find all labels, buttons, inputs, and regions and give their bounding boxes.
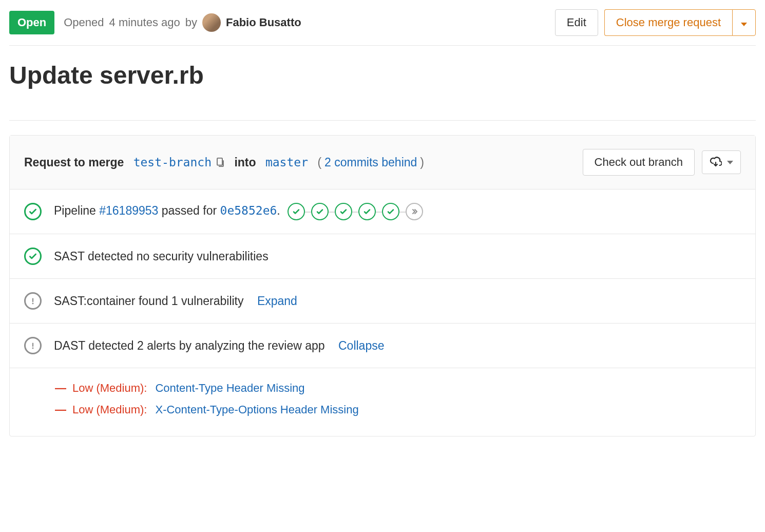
close-mr-button[interactable]: Close merge request: [604, 9, 732, 36]
pipeline-stage[interactable]: [382, 203, 399, 220]
caret-down-icon: [741, 23, 747, 26]
page-title: Update server.rb: [9, 61, 756, 89]
pipeline-stage[interactable]: [288, 203, 305, 220]
sast-container-expand[interactable]: Expand: [257, 294, 297, 308]
download-dropdown[interactable]: [702, 150, 741, 174]
paren-open: (: [317, 156, 321, 169]
target-branch-link[interactable]: master: [265, 156, 308, 169]
download-cloud-icon: [710, 156, 722, 168]
commits-behind-link[interactable]: 2 commits behind: [324, 156, 417, 169]
minus-icon: —: [55, 403, 64, 416]
opened-prefix: Opened: [64, 16, 104, 29]
status-warning-icon: [24, 292, 42, 310]
svg-point-4: [32, 348, 34, 349]
alert-link[interactable]: Content-Type Header Missing: [155, 382, 304, 395]
alert-severity: Low (Medium):: [72, 403, 147, 416]
pipeline-stages: [288, 203, 423, 220]
mr-header: Open Opened 4 minutes ago by Fabio Busat…: [9, 9, 756, 46]
pipeline-stage[interactable]: [335, 203, 352, 220]
status-warning-icon: [24, 337, 42, 354]
pipeline-status-word: passed for: [162, 204, 217, 217]
sast-container-text: SAST:container found 1 vulnerability Exp…: [54, 294, 741, 308]
copy-branch-icon[interactable]: [215, 157, 225, 168]
pipeline-stage[interactable]: [311, 203, 329, 220]
pipeline-text: Pipeline #16189953 passed for 0e5852e6.: [54, 203, 741, 220]
svg-rect-0: [217, 158, 222, 165]
header-actions: Edit Close merge request: [555, 9, 756, 36]
merge-info-row: Request to merge test-branch into master…: [10, 136, 755, 189]
pipeline-commit-link[interactable]: 0e5852e6: [220, 204, 277, 217]
pipeline-row: Pipeline #16189953 passed for 0e5852e6.: [10, 189, 755, 234]
pipeline-id-link[interactable]: #16189953: [99, 204, 158, 217]
pipeline-stage[interactable]: [358, 203, 376, 220]
opened-time: 4 minutes ago: [109, 16, 180, 29]
dast-alert-item: — Low (Medium): Content-Type Header Miss…: [55, 377, 741, 399]
dast-row: DAST detected 2 alerts by analyzing the …: [10, 324, 755, 368]
dast-alerts: — Low (Medium): Content-Type Header Miss…: [10, 368, 755, 436]
by-label: by: [185, 16, 197, 29]
paren-close: ): [420, 156, 424, 169]
sast-container-label: SAST:container found 1 vulnerability: [54, 294, 244, 308]
dast-label: DAST detected 2 alerts by analyzing the …: [54, 339, 325, 352]
pipeline-stages-more[interactable]: [406, 203, 423, 220]
pipeline-suffix: .: [277, 204, 280, 217]
pipeline-prefix: Pipeline: [54, 204, 96, 217]
dast-text: DAST detected 2 alerts by analyzing the …: [54, 339, 741, 353]
opened-by: Opened 4 minutes ago by Fabio Busatto: [64, 13, 301, 32]
into-label: into: [234, 156, 256, 169]
alert-link[interactable]: X-Content-Type-Options Header Missing: [155, 403, 358, 416]
caret-down-icon: [727, 161, 733, 164]
mr-widget: Request to merge test-branch into master…: [9, 135, 756, 436]
divider: [9, 120, 756, 121]
dast-alert-item: — Low (Medium): X-Content-Type-Options H…: [55, 399, 741, 421]
close-mr-group: Close merge request: [604, 9, 756, 36]
author-link[interactable]: Fabio Busatto: [226, 16, 301, 29]
merge-info-text: Request to merge test-branch into master…: [24, 156, 424, 169]
status-badge: Open: [9, 11, 54, 34]
svg-point-2: [32, 303, 34, 305]
merge-prefix: Request to merge: [24, 156, 124, 169]
status-success-icon: [24, 248, 42, 265]
svg-rect-3: [32, 343, 33, 347]
sast-container-row: SAST:container found 1 vulnerability Exp…: [10, 279, 755, 324]
sast-row: SAST detected no security vulnerabilitie…: [10, 234, 755, 279]
status-success-icon: [24, 203, 42, 220]
avatar[interactable]: [202, 13, 221, 32]
minus-icon: —: [55, 382, 64, 395]
merge-actions: Check out branch: [583, 149, 741, 176]
source-branch-link[interactable]: test-branch: [133, 156, 212, 169]
dast-collapse[interactable]: Collapse: [338, 339, 385, 352]
alert-severity: Low (Medium):: [72, 382, 147, 395]
sast-text: SAST detected no security vulnerabilitie…: [54, 250, 741, 263]
checkout-branch-button[interactable]: Check out branch: [583, 149, 695, 176]
svg-rect-1: [32, 298, 33, 302]
header-left: Open Opened 4 minutes ago by Fabio Busat…: [9, 11, 301, 34]
close-mr-dropdown[interactable]: [732, 9, 756, 36]
edit-button[interactable]: Edit: [555, 9, 598, 36]
